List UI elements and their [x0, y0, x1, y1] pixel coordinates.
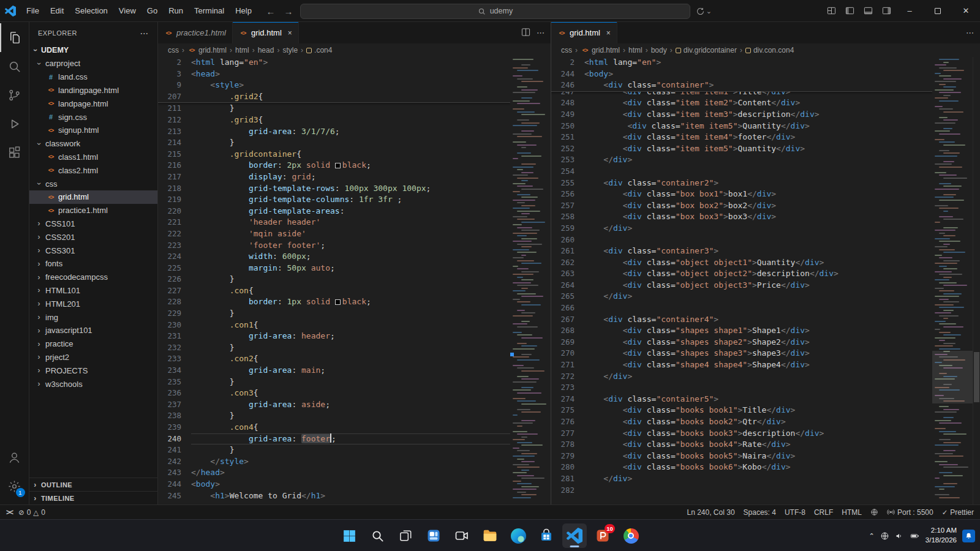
file-landpage.html[interactable]: <>landpage.html [29, 97, 157, 110]
folder-CSS101[interactable]: ›CSS101 [29, 217, 157, 231]
search-icon[interactable] [0, 52, 29, 81]
tray-overflow-icon[interactable]: ⌃ [869, 532, 875, 540]
file-explorer-taskbar-icon[interactable] [478, 523, 502, 548]
orange-app-taskbar-icon[interactable]: 10 [590, 523, 615, 548]
code-line[interactable]: 244<body> [551, 69, 932, 80]
code-line[interactable]: 215 .gridcontainer{ [158, 149, 510, 160]
language-mode[interactable]: HTML [842, 508, 862, 517]
code-line[interactable]: 274 <div class="container5"> [551, 394, 932, 405]
breadcrumb-item[interactable]: <>grid.html [581, 46, 620, 54]
code-line[interactable]: 275 <div class="books book1">Title</div> [551, 405, 932, 416]
minimap-slider[interactable] [932, 351, 973, 403]
browser-preview-icon[interactable] [870, 508, 878, 516]
extensions-icon[interactable] [0, 138, 29, 167]
code-line[interactable]: 231 grid-area: header; [158, 331, 510, 342]
folder-javascript101[interactable]: ›javascript101 [29, 324, 157, 337]
code-line[interactable]: 278 <div class="books book4">Rate</div> [551, 439, 932, 451]
indentation[interactable]: Spaces: 4 [744, 508, 776, 517]
minimize-button[interactable]: – [895, 0, 924, 22]
code-line[interactable]: 220 grid-template-areas: [158, 206, 510, 217]
widgets-taskbar-icon[interactable] [421, 523, 446, 548]
code-line[interactable]: 272 </div> [551, 371, 932, 383]
breadcrumb-item[interactable]: div.gridcontainer [676, 46, 737, 54]
code-line[interactable]: 228 border: 1px solid black; [158, 296, 510, 308]
explorer-icon[interactable] [0, 23, 29, 52]
maximize-button[interactable] [924, 0, 952, 22]
file-land.css[interactable]: #land.css [29, 70, 157, 84]
edge-taskbar-icon[interactable] [506, 523, 530, 548]
code-line[interactable]: 216 border: 2px solid black; [158, 160, 510, 171]
code-line[interactable]: 224 width: 600px; [158, 251, 510, 263]
menu-file[interactable]: File [21, 0, 45, 22]
nav-back-icon[interactable]: ← [265, 6, 277, 17]
scrollbar-2[interactable] [973, 57, 980, 504]
breadcrumb-item[interactable]: css [561, 46, 572, 54]
code-line[interactable]: 250 <div class="item item5">Quantity</di… [551, 121, 932, 132]
code-line[interactable]: 247 <div class="item item1">Title</div> [551, 92, 932, 98]
folder-HTML101[interactable]: ›HTML101 [29, 284, 157, 298]
code-line[interactable]: 239 .con4{ [158, 422, 510, 433]
folder-CSS301[interactable]: ›CSS301 [29, 244, 157, 257]
menu-terminal[interactable]: Terminal [189, 0, 230, 22]
code-line[interactable]: 253 </div> [551, 154, 932, 166]
code-line[interactable]: 260 [551, 234, 932, 246]
code-line[interactable]: 221 'header header' [158, 217, 510, 228]
store-taskbar-icon[interactable] [534, 523, 559, 548]
code-line[interactable]: 243</head> [158, 467, 510, 479]
folder-classwork[interactable]: ›classwork [29, 137, 157, 151]
file-class2.html[interactable]: <>class2.html [29, 163, 157, 177]
code-line[interactable]: 240 grid-area: footer; [158, 433, 510, 445]
start-taskbar-icon[interactable] [337, 523, 361, 548]
folder-prject2[interactable]: ›prject2 [29, 351, 157, 364]
source-control-icon[interactable] [0, 81, 29, 110]
breadcrumb-item[interactable]: style [282, 46, 298, 54]
chrome-taskbar-icon[interactable] [619, 523, 643, 548]
section-outline[interactable]: ›OUTLINE [29, 478, 157, 491]
code-line[interactable]: 242 </style> [158, 456, 510, 468]
code-line[interactable]: 245 <h1>Welcome to Grid</h1> [158, 490, 510, 502]
code-line[interactable]: 207 .grid2{ [158, 91, 510, 103]
network-icon[interactable] [880, 531, 889, 541]
file-landingpage.html[interactable]: <>landingpage.html [29, 84, 157, 97]
code-line[interactable]: 232 } [158, 342, 510, 354]
close-icon[interactable]: × [606, 29, 611, 37]
code-line[interactable]: 214 } [158, 137, 510, 149]
menu-run[interactable]: Run [163, 0, 189, 22]
minimap-1[interactable] [510, 57, 551, 504]
folder-HTML201[interactable]: ›HTML201 [29, 297, 157, 310]
code-area-2[interactable]: 2<html lang="en">244<body>246 <div class… [551, 57, 980, 504]
code-line[interactable]: 241 } [158, 444, 510, 456]
file-grid.html[interactable]: <>grid.html [29, 190, 157, 204]
file-practice1.html[interactable]: <>practice1.html [29, 204, 157, 217]
code-line[interactable]: 255 <div class="container2"> [551, 178, 932, 189]
command-center-search[interactable]: udemy [300, 4, 690, 19]
code-lines-2[interactable]: 247 <div class="item item1">Title</div>2… [551, 92, 932, 496]
code-area-1[interactable]: 2<html lang="en">3<head>9 <style>207 .gr… [158, 57, 551, 504]
folder-freecodecampcss[interactable]: ›freecodecampcss [29, 271, 157, 284]
nav-forward-icon[interactable]: → [282, 6, 295, 17]
folder-css[interactable]: ›css [29, 177, 157, 190]
code-line[interactable]: 236 .con3{ [158, 388, 510, 399]
code-line[interactable]: 266 [551, 302, 932, 314]
eol-sequence[interactable]: CRLF [814, 508, 833, 517]
close-icon[interactable]: × [288, 29, 292, 37]
code-line[interactable]: 259 </div> [551, 223, 932, 234]
live-server-port[interactable]: Port : 5500 [887, 508, 933, 517]
volume-icon[interactable] [895, 531, 904, 541]
code-line[interactable]: 223 'footer footer'; [158, 240, 510, 252]
breadcrumb-item[interactable]: div.con.con4 [745, 46, 794, 54]
scrollbar-thumb[interactable] [974, 352, 979, 402]
code-line[interactable]: 218 grid-template-rows: 100px 300px 100p… [158, 183, 510, 195]
breadcrumb-item[interactable]: <>grid.html [187, 46, 227, 54]
tab-grid.html[interactable]: <>grid.html× [551, 22, 617, 43]
minimap-2[interactable] [932, 57, 973, 504]
breadcrumb-item[interactable]: css [168, 46, 179, 54]
code-line[interactable]: 265 </div> [551, 291, 932, 302]
code-line[interactable]: 282 [551, 485, 932, 497]
tab-practice1.html[interactable]: <>practice1.html [158, 22, 233, 43]
code-line[interactable]: 219 grid-template-columns: 1fr 3fr ; [158, 194, 510, 206]
code-line[interactable]: 227 .con{ [158, 285, 510, 297]
toggle-secondary-sidebar-icon[interactable] [877, 0, 895, 22]
remote-indicator-icon[interactable]: >< [6, 508, 12, 517]
breadcrumb-item[interactable]: .con4 [306, 46, 332, 54]
